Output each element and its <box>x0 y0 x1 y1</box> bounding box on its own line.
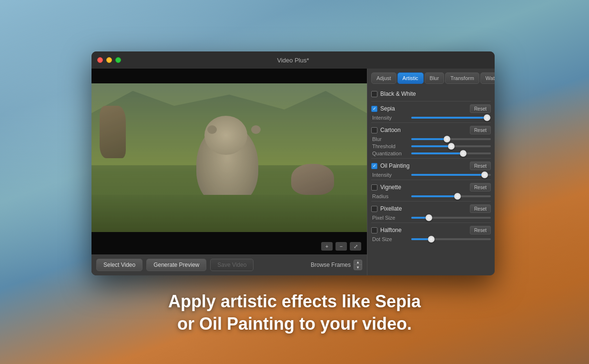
effect-cartoon: Cartoon Reset Blur Threshold <box>371 124 491 159</box>
cartoon-threshold-thumb[interactable] <box>448 143 455 150</box>
halftone-dot-size-thumb[interactable] <box>428 236 435 243</box>
label-sepia: Sepia <box>380 105 395 112</box>
vignette-radius-label: Radius <box>372 193 408 199</box>
reset-sepia-button[interactable]: Reset <box>470 104 491 113</box>
checkbox-pixellate[interactable] <box>371 206 377 212</box>
label-vignette: Vignette <box>380 184 401 191</box>
halftone-dot-size-row: Dot Size <box>371 236 491 242</box>
cartoon-quantization-row: Quantization <box>371 151 491 156</box>
effect-bw: Black & White <box>371 89 491 101</box>
reset-oil-painting-button[interactable]: Reset <box>470 162 491 170</box>
cartoon-quantization-thumb[interactable] <box>460 150 467 157</box>
video-area: + − ⤢ <box>91 69 367 254</box>
sepia-intensity-label: Intensity <box>372 115 408 121</box>
effect-sepia: Sepia Reset Intensity <box>371 102 491 123</box>
cartoon-quantization-slider[interactable] <box>411 152 491 154</box>
window-title: Video Plus* <box>277 57 309 64</box>
effect-sepia-title: Sepia <box>371 105 395 112</box>
vignette-radius-slider[interactable] <box>411 195 491 197</box>
close-button[interactable] <box>97 57 103 63</box>
checkbox-oil-painting[interactable] <box>371 163 377 169</box>
right-panel: Adjust Artistic Blur Transform Watermark… <box>367 69 495 275</box>
oil-painting-intensity-row: Intensity <box>371 172 491 178</box>
stepper-down[interactable]: ▼ <box>354 265 362 270</box>
checkbox-halftone[interactable] <box>371 227 377 233</box>
stepper-up[interactable]: ▲ <box>354 260 362 265</box>
left-panel: + − ⤢ Select Video Generate Preview Save… <box>91 69 367 275</box>
effect-halftone-title: Halftone <box>371 227 402 233</box>
promo-line2: or Oil Painting to your video. <box>0 313 589 335</box>
pixellate-size-row: Pixel Size <box>371 215 491 221</box>
generate-preview-button[interactable]: Generate Preview <box>146 259 206 271</box>
pixellate-size-thumb[interactable] <box>426 214 432 221</box>
cartoon-threshold-label: Threshold <box>372 143 408 149</box>
effect-vignette-header: Vignette Reset <box>371 183 491 192</box>
reset-pixellate-button[interactable]: Reset <box>470 204 491 213</box>
effect-halftone: Halftone Reset Dot Size <box>371 224 491 244</box>
oil-painting-intensity-slider[interactable] <box>411 174 491 176</box>
effect-cartoon-header: Cartoon Reset <box>371 126 491 134</box>
tab-adjust[interactable]: Adjust <box>371 72 396 84</box>
pixellate-size-label: Pixel Size <box>372 215 408 221</box>
halftone-dot-size-slider[interactable] <box>411 238 491 240</box>
effect-pixellate-header: Pixellate Reset <box>371 204 491 213</box>
fullscreen-button[interactable]: ⤢ <box>350 242 361 251</box>
oil-painting-intensity-label: Intensity <box>372 172 408 178</box>
minimize-button[interactable] <box>106 57 112 63</box>
bottom-bar: Select Video Generate Preview Save Video… <box>91 254 367 275</box>
tab-watermark[interactable]: Watermark <box>480 72 495 84</box>
effect-oil-painting: Oil Painting Reset Intensity <box>371 160 491 180</box>
effect-bw-header: Black & White <box>371 91 491 97</box>
checkbox-cartoon[interactable] <box>371 127 377 133</box>
checkbox-vignette[interactable] <box>371 184 377 191</box>
effect-vignette: Vignette Reset Radius <box>371 181 491 202</box>
cartoon-threshold-fill <box>411 145 451 147</box>
effects-list: Black & White Sepia Reset Intensity <box>371 89 491 272</box>
tab-transform[interactable]: Transform <box>445 72 479 84</box>
checkbox-sepia[interactable] <box>371 106 377 112</box>
effect-oil-painting-header: Oil Painting Reset <box>371 162 491 170</box>
oil-painting-intensity-thumb[interactable] <box>481 172 488 178</box>
reset-vignette-button[interactable]: Reset <box>470 183 491 192</box>
browse-frames-label: Browse Frames <box>311 262 351 268</box>
reset-halftone-button[interactable]: Reset <box>470 226 491 234</box>
promo-text: Apply artistic effects like Sepia or Oil… <box>0 291 589 335</box>
pixellate-size-slider[interactable] <box>411 217 491 219</box>
frame-stepper[interactable]: ▲ ▼ <box>354 260 362 270</box>
label-oil-painting: Oil Painting <box>380 162 409 169</box>
zoom-out-button[interactable]: − <box>335 242 347 251</box>
zoom-in-button[interactable]: + <box>321 242 333 251</box>
checkbox-bw[interactable] <box>371 91 377 97</box>
cartoon-blur-slider[interactable] <box>411 138 491 140</box>
cartoon-blur-row: Blur <box>371 136 491 142</box>
effect-oil-painting-title: Oil Painting <box>371 162 409 169</box>
effect-pixellate-title: Pixellate <box>371 205 402 212</box>
label-bw: Black & White <box>380 91 416 97</box>
effect-sepia-header: Sepia Reset <box>371 104 491 113</box>
save-video-button[interactable]: Save Video <box>210 259 254 271</box>
cartoon-blur-thumb[interactable] <box>444 136 450 142</box>
label-pixellate: Pixellate <box>380 205 402 212</box>
traffic-lights <box>97 57 121 63</box>
halftone-dot-size-label: Dot Size <box>372 236 408 242</box>
maximize-button[interactable] <box>115 57 121 63</box>
reset-cartoon-button[interactable]: Reset <box>470 126 491 134</box>
tab-artistic[interactable]: Artistic <box>397 72 424 84</box>
oil-painting-intensity-fill <box>411 174 485 176</box>
effect-vignette-title: Vignette <box>371 184 401 191</box>
effect-bw-title: Black & White <box>371 91 416 97</box>
cartoon-blur-label: Blur <box>372 136 408 142</box>
app-window: Video Plus* <box>91 51 495 275</box>
select-video-button[interactable]: Select Video <box>96 259 142 271</box>
cartoon-threshold-slider[interactable] <box>411 145 491 147</box>
tab-blur[interactable]: Blur <box>425 72 445 84</box>
vignette-radius-thumb[interactable] <box>454 193 461 200</box>
sepia-intensity-thumb[interactable] <box>484 114 490 121</box>
cartoon-quantization-fill <box>411 152 463 154</box>
sepia-intensity-slider[interactable] <box>411 117 491 119</box>
main-content: + − ⤢ Select Video Generate Preview Save… <box>91 69 495 275</box>
browse-frames-control: Browse Frames ▲ ▼ <box>311 260 362 270</box>
video-controls-bar: + − ⤢ <box>321 242 361 251</box>
effect-cartoon-title: Cartoon <box>371 127 401 133</box>
cartoon-quantization-label: Quantization <box>372 151 408 156</box>
